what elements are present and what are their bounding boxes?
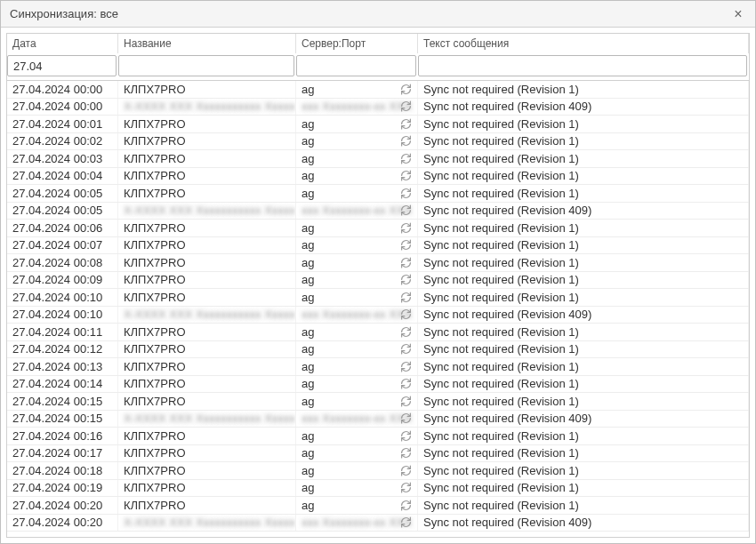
refresh-icon[interactable] [399, 170, 412, 182]
refresh-icon[interactable] [399, 135, 412, 148]
filter-server-input[interactable] [296, 55, 416, 76]
refresh-icon[interactable] [399, 291, 412, 303]
cell-server: xxx Xxxxxxxx-xx XXX [296, 307, 418, 324]
table-row[interactable]: 27.04.2024 00:00КЛПХ7PROagSync not requi… [7, 81, 749, 99]
cell-date: 27.04.2024 00:05 [7, 185, 118, 202]
cell-server: xxx Xxxxxxxx-xx XXX [296, 99, 418, 116]
table-row[interactable]: 27.04.2024 00:20X-XXXX XXX Xxxxxxxxxxx X… [7, 515, 749, 532]
cell-date: 27.04.2024 00:08 [7, 254, 118, 271]
cell-name: X-XXXX XXX Xxxxxxxxxxx Xxxxx [118, 307, 296, 324]
table-row[interactable]: 27.04.2024 00:16КЛПХ7PROagSync not requi… [7, 428, 749, 445]
cell-server: ag [296, 220, 418, 236]
table-row[interactable]: 27.04.2024 00:19КЛПХ7PROagSync not requi… [7, 480, 749, 498]
cell-server: ag [296, 341, 418, 358]
refresh-icon[interactable] [399, 343, 412, 356]
cell-server: xxx Xxxxxxxx-xx XXX [296, 203, 418, 220]
table-row[interactable]: 27.04.2024 00:09КЛПХ7PROagSync not requi… [7, 272, 749, 290]
column-header-date[interactable]: Дата [7, 34, 118, 53]
refresh-icon[interactable] [399, 516, 412, 529]
cell-server: ag [296, 445, 418, 462]
table-row[interactable]: 27.04.2024 00:15КЛПХ7PROagSync not requi… [7, 393, 749, 411]
refresh-icon[interactable] [399, 482, 412, 494]
cell-message: Sync not required (Revision 1) [418, 220, 749, 236]
cell-date: 27.04.2024 00:20 [7, 515, 118, 532]
cell-message: Sync not required (Revision 1) [418, 462, 749, 479]
cell-server: ag [296, 324, 418, 340]
filter-message-input[interactable] [418, 55, 747, 76]
refresh-icon[interactable] [399, 464, 412, 476]
table-row[interactable]: 27.04.2024 00:15X-XXXX XXX Xxxxxxxxxxx X… [7, 411, 749, 428]
cell-date: 27.04.2024 00:12 [7, 341, 118, 358]
refresh-icon[interactable] [399, 83, 412, 95]
table-row[interactable]: 27.04.2024 00:14КЛПХ7PROagSync not requi… [7, 376, 749, 394]
table-row[interactable]: 27.04.2024 00:10X-XXXX XXX Xxxxxxxxxxx X… [7, 307, 749, 324]
refresh-icon[interactable] [399, 239, 412, 252]
sync-window: Синхронизация: все × Дата Название Серве… [0, 0, 756, 544]
refresh-icon[interactable] [399, 447, 412, 460]
cell-name: КЛПХ7PRO [118, 289, 296, 306]
table-row[interactable]: 27.04.2024 00:20КЛПХ7PROagSync not requi… [7, 497, 749, 515]
table-row[interactable]: 27.04.2024 00:13КЛПХ7PROagSync not requi… [7, 358, 749, 376]
filter-name-input[interactable] [118, 55, 294, 76]
refresh-icon[interactable] [399, 256, 412, 268]
table-row[interactable]: 27.04.2024 00:02КЛПХ7PROagSync not requi… [7, 133, 749, 151]
table-body[interactable]: 27.04.2024 00:00КЛПХ7PROagSync not requi… [7, 81, 749, 537]
table-wrapper: 27.04.2024 00:00КЛПХ7PROagSync not requi… [6, 80, 750, 538]
cell-server: ag [296, 289, 418, 306]
refresh-icon[interactable] [399, 308, 412, 321]
cell-date: 27.04.2024 00:15 [7, 411, 118, 428]
table-row[interactable]: 27.04.2024 00:01КЛПХ7PROagSync not requi… [7, 116, 749, 133]
cell-name: КЛПХ7PRO [118, 428, 296, 444]
table-row[interactable]: 27.04.2024 00:05X-XXXX XXX Xxxxxxxxxxx X… [7, 203, 749, 220]
refresh-icon[interactable] [399, 429, 412, 442]
refresh-icon[interactable] [399, 100, 412, 113]
table-row[interactable]: 27.04.2024 00:11КЛПХ7PROagSync not requi… [7, 324, 749, 341]
table-row[interactable]: 27.04.2024 00:06КЛПХ7PROagSync not requi… [7, 220, 749, 237]
cell-message: Sync not required (Revision 1) [418, 358, 749, 375]
refresh-icon[interactable] [399, 221, 412, 234]
content-area: Дата Название Сервер:Порт Текст сообщени… [1, 28, 755, 543]
table-row[interactable]: 27.04.2024 00:18КЛПХ7PROagSync not requi… [7, 462, 749, 480]
column-header-server[interactable]: Сервер:Порт [296, 34, 418, 53]
cell-message: Sync not required (Revision 1) [418, 150, 749, 167]
cell-date: 27.04.2024 00:13 [7, 358, 118, 375]
refresh-icon[interactable] [399, 360, 412, 372]
cell-message: Sync not required (Revision 1) [418, 254, 749, 271]
table-row[interactable]: 27.04.2024 00:17КЛПХ7PROagSync not requi… [7, 445, 749, 463]
table-row[interactable]: 27.04.2024 00:12КЛПХ7PROagSync not requi… [7, 341, 749, 359]
cell-message: Sync not required (Revision 1) [418, 185, 749, 202]
cell-server: xxx Xxxxxxxx-xx XXX [296, 515, 418, 532]
table-row[interactable]: 27.04.2024 00:03КЛПХ7PROagSync not requi… [7, 150, 749, 168]
refresh-icon[interactable] [399, 274, 412, 286]
cell-date: 27.04.2024 00:00 [7, 99, 118, 116]
table-row[interactable]: 27.04.2024 00:10КЛПХ7PROagSync not requi… [7, 289, 749, 307]
table-row[interactable]: 27.04.2024 00:05КЛПХ7PROagSync not requi… [7, 185, 749, 203]
cell-date: 27.04.2024 00:15 [7, 393, 118, 410]
table-row[interactable]: 27.04.2024 00:00X-XXXX XXX Xxxxxxxxxxx X… [7, 99, 749, 116]
cell-date: 27.04.2024 00:19 [7, 480, 118, 497]
refresh-icon[interactable] [399, 325, 412, 338]
refresh-icon[interactable] [399, 204, 412, 217]
refresh-icon[interactable] [399, 187, 412, 199]
cell-name: КЛПХ7PRO [118, 185, 296, 202]
cell-message: Sync not required (Revision 1) [418, 237, 749, 254]
close-icon[interactable]: × [730, 6, 746, 22]
table-row[interactable]: 27.04.2024 00:07КЛПХ7PROagSync not requi… [7, 237, 749, 255]
column-header-message[interactable]: Текст сообщения [418, 34, 749, 53]
refresh-icon[interactable] [399, 395, 412, 407]
cell-message: Sync not required (Revision 1) [418, 480, 749, 497]
cell-server: ag [296, 254, 418, 271]
cell-server: ag [296, 462, 418, 479]
table-row[interactable]: 27.04.2024 00:08КЛПХ7PROagSync not requi… [7, 254, 749, 272]
table-row[interactable]: 27.04.2024 00:04КЛПХ7PROagSync not requi… [7, 168, 749, 186]
refresh-icon[interactable] [399, 378, 412, 390]
filter-date-input[interactable] [7, 55, 117, 76]
refresh-icon[interactable] [399, 412, 412, 425]
refresh-icon[interactable] [399, 499, 412, 511]
cell-message: Sync not required (Revision 1) [418, 81, 749, 98]
cell-message: Sync not required (Revision 409) [418, 203, 749, 220]
column-header-name[interactable]: Название [118, 34, 296, 53]
refresh-icon[interactable] [399, 152, 412, 164]
refresh-icon[interactable] [399, 117, 412, 130]
cell-server: ag [296, 497, 418, 514]
